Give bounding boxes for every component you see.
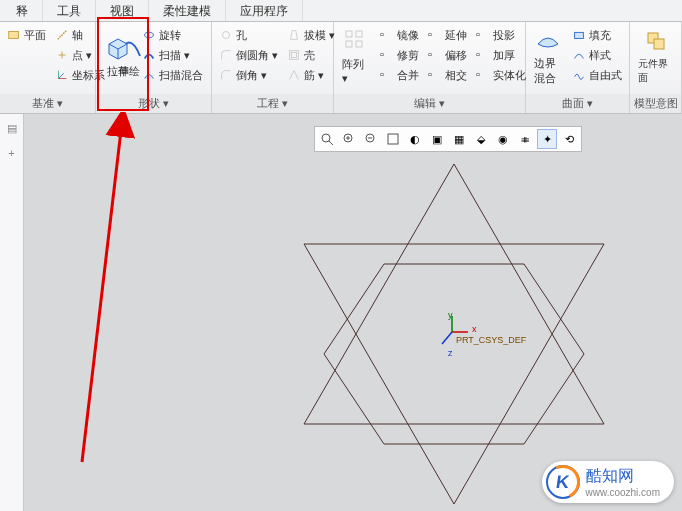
group-shape-label: 形状 ▾ xyxy=(96,94,211,113)
sweep-label: 扫描 ▾ xyxy=(159,48,190,63)
csys-icon xyxy=(55,68,69,82)
display-button[interactable]: ▣ xyxy=(427,129,447,149)
thicken-icon: ▫ xyxy=(476,48,490,62)
extrude-button[interactable]: 拉伸 xyxy=(100,26,136,86)
group-shape: 拉伸 旋转 扫描 ▾ 扫描混合 形状 ▾ xyxy=(96,22,212,113)
watermark-name: 酷知网 xyxy=(586,466,660,487)
boundary-button[interactable]: 边界混合 xyxy=(530,26,566,86)
trim-button[interactable]: ▫修剪 xyxy=(377,46,422,64)
svg-rect-0 xyxy=(9,32,19,39)
group-datum: 平面 轴 点 ▾ 坐标系 草绘 xyxy=(0,22,96,113)
group-engineering: 孔 倒圆角 ▾ 倒角 ▾ 拔模 ▾ 壳 筋 ▾ 工程 ▾ xyxy=(212,22,334,113)
comp-interface-button[interactable]: 元件界面 xyxy=(634,26,677,86)
shade-button[interactable]: ◐ xyxy=(405,129,425,149)
offset-icon: ▫ xyxy=(428,48,442,62)
csys-triad xyxy=(438,314,478,354)
pattern-button[interactable]: 阵列 ▾ xyxy=(338,26,374,86)
watermark-logo: K xyxy=(546,465,580,499)
svg-line-1 xyxy=(58,31,67,40)
render-button[interactable]: ◉ xyxy=(493,129,513,149)
revolve-button[interactable]: 旋转 xyxy=(139,26,206,44)
svg-rect-15 xyxy=(575,32,584,38)
draft-button[interactable]: 拔模 ▾ xyxy=(284,26,338,44)
svg-rect-25 xyxy=(388,134,398,144)
tab-tools[interactable]: 工具 xyxy=(43,0,96,21)
merge-icon: ▫ xyxy=(380,68,394,82)
model-viewport[interactable]: ◐ ▣ ▦ ⬙ ◉ ⩨ ✦ ⟲ x y z PRT_CSYS_DEF xyxy=(24,114,682,511)
csys-y-label: y xyxy=(448,310,453,320)
views-button[interactable]: ▦ xyxy=(449,129,469,149)
sweep-blend-icon xyxy=(142,68,156,82)
sweep-button[interactable]: 扫描 ▾ xyxy=(139,46,206,64)
csys-z-label: z xyxy=(448,348,453,358)
spin-center-button[interactable]: ⟲ xyxy=(559,129,579,149)
fill-button[interactable]: 填充 xyxy=(569,26,625,44)
mirror-button[interactable]: ▫镜像 xyxy=(377,26,422,44)
intersect-button[interactable]: ▫相交 xyxy=(425,66,470,84)
round-icon xyxy=(219,48,233,62)
rib-button[interactable]: 筋 ▾ xyxy=(284,66,338,84)
fill-icon xyxy=(572,28,586,42)
refit-button[interactable] xyxy=(383,129,403,149)
group-engineering-label: 工程 ▾ xyxy=(212,94,333,113)
svg-line-19 xyxy=(329,141,333,145)
project-button[interactable]: ▫投影 xyxy=(473,26,529,44)
revolve-label: 旋转 xyxy=(159,28,181,43)
freeform-icon xyxy=(572,68,586,82)
offset-button[interactable]: ▫偏移 xyxy=(425,46,470,64)
tab-flexible[interactable]: 柔性建模 xyxy=(149,0,226,21)
zoom-in-button[interactable] xyxy=(339,129,359,149)
hole-button[interactable]: 孔 xyxy=(216,26,281,44)
csys-name: PRT_CSYS_DEF xyxy=(456,335,526,345)
axis-icon xyxy=(55,28,69,42)
thicken-button[interactable]: ▫加厚 xyxy=(473,46,529,64)
group-surface: 边界混合 填充 样式 自由式 曲面 ▾ xyxy=(526,22,630,113)
plane-button[interactable]: 平面 xyxy=(4,26,49,44)
point-label: 点 ▾ xyxy=(72,48,92,63)
merge-button[interactable]: ▫合并 xyxy=(377,66,422,84)
zoom-fit-button[interactable] xyxy=(317,129,337,149)
svg-rect-11 xyxy=(346,31,352,37)
plane-label: 平面 xyxy=(24,28,46,43)
mirror-icon: ▫ xyxy=(380,28,394,42)
sweep-blend-label: 扫描混合 xyxy=(159,68,203,83)
watermark: K 酷知网 www.coozhi.com xyxy=(542,461,674,503)
rail-icon-1[interactable]: ▤ xyxy=(7,122,17,135)
annotations-button[interactable]: ⩨ xyxy=(515,129,535,149)
extrude-icon xyxy=(104,34,132,62)
extend-button[interactable]: ▫延伸 xyxy=(425,26,470,44)
freeform-button[interactable]: 自由式 xyxy=(569,66,625,84)
chamfer-button[interactable]: 倒角 ▾ xyxy=(216,66,281,84)
datum-display-button[interactable]: ✦ xyxy=(537,129,557,149)
group-edit-label: 编辑 ▾ xyxy=(334,94,525,113)
tab-apps[interactable]: 应用程序 xyxy=(226,0,303,21)
svg-rect-17 xyxy=(654,39,664,49)
tab-annotate[interactable]: 释 xyxy=(2,0,43,21)
axis-label: 轴 xyxy=(72,28,83,43)
rail-icon-2[interactable]: + xyxy=(8,147,14,159)
zoom-out-button[interactable] xyxy=(361,129,381,149)
point-icon xyxy=(55,48,69,62)
ribbon: 平面 轴 点 ▾ 坐标系 草绘 xyxy=(0,22,682,114)
group-surface-label: 曲面 ▾ xyxy=(526,94,629,113)
solidify-icon: ▫ xyxy=(476,68,490,82)
solidify-button[interactable]: ▫实体化 xyxy=(473,66,529,84)
style-icon xyxy=(572,48,586,62)
perspective-button[interactable]: ⬙ xyxy=(471,129,491,149)
sweep-blend-button[interactable]: 扫描混合 xyxy=(139,66,206,84)
menu-tabs: 释 工具 视图 柔性建模 应用程序 xyxy=(0,0,682,22)
tab-view[interactable]: 视图 xyxy=(96,0,149,21)
comp-interface-icon xyxy=(642,27,670,55)
svg-rect-12 xyxy=(356,31,362,37)
style-button[interactable]: 样式 xyxy=(569,46,625,64)
round-button[interactable]: 倒圆角 ▾ xyxy=(216,46,281,64)
view-toolbar: ◐ ▣ ▦ ⬙ ◉ ⩨ ✦ ⟲ xyxy=(314,126,582,152)
shell-button[interactable]: 壳 xyxy=(284,46,338,64)
svg-point-18 xyxy=(322,134,330,142)
extrude-label: 拉伸 xyxy=(107,64,129,79)
intersect-icon: ▫ xyxy=(428,68,442,82)
sweep-icon xyxy=(142,48,156,62)
svg-rect-14 xyxy=(356,41,362,47)
svg-marker-28 xyxy=(324,264,584,444)
chamfer-icon xyxy=(219,68,233,82)
